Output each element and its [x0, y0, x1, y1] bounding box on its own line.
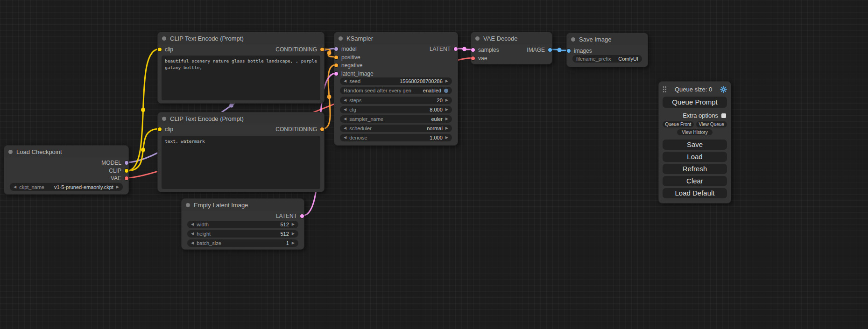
widget-steps[interactable]: ◀ steps 20 ▶ [340, 97, 452, 104]
decrement-arrow-icon[interactable]: ◀ [344, 136, 346, 140]
increment-arrow-icon[interactable]: ▶ [116, 185, 119, 189]
collapse-dot-icon[interactable] [475, 36, 480, 41]
prompt-text-input[interactable]: text, watermark [162, 136, 320, 189]
collapse-dot-icon[interactable] [162, 117, 166, 121]
input-label: samples [478, 47, 499, 53]
input-port-vae[interactable] [471, 56, 475, 60]
widget-ckpt-name[interactable]: ◀ ckpt_name v1-5-pruned-emaonly.ckpt ▶ [10, 183, 123, 191]
widget-height[interactable]: ◀ height 512 ▶ [187, 230, 298, 238]
wire-midpoint-dot [327, 51, 332, 55]
output-label: CLIP [109, 168, 121, 174]
widget-scheduler[interactable]: ◀ scheduler normal ▶ [340, 125, 452, 132]
load-default-button[interactable]: Load Default [663, 188, 727, 198]
decrement-arrow-icon[interactable]: ◀ [14, 185, 16, 189]
decrement-arrow-icon[interactable]: ◀ [191, 232, 194, 236]
node-title-bar[interactable]: VAE Decode [471, 32, 552, 44]
input-row-clip: clip [158, 45, 173, 54]
output-port-latent[interactable] [300, 214, 304, 218]
widget-value: 512 [280, 231, 289, 237]
node-title-bar[interactable]: Load Checkpoint [4, 146, 128, 158]
extra-options-row: Extra options [663, 112, 726, 119]
increment-arrow-icon[interactable]: ▶ [292, 232, 295, 236]
node-load-checkpoint[interactable]: Load Checkpoint MODEL CLIP VAE ◀ ckpt_na… [4, 145, 129, 195]
increment-arrow-icon[interactable]: ▶ [445, 79, 448, 83]
widget-denoise[interactable]: ◀ denoise 1.000 ▶ [340, 134, 452, 141]
node-title-bar[interactable]: KSampler [334, 32, 458, 44]
increment-arrow-icon[interactable]: ▶ [292, 241, 295, 245]
input-port-samples[interactable] [471, 48, 475, 52]
output-port-latent[interactable] [454, 47, 458, 51]
increment-arrow-icon[interactable]: ▶ [445, 117, 448, 121]
prompt-text-input[interactable]: beautiful scenery nature glass bottle la… [162, 56, 320, 100]
input-port-model[interactable] [334, 47, 338, 51]
widget-batch-size[interactable]: ◀ batch_size 1 ▶ [187, 239, 298, 247]
decrement-arrow-icon[interactable]: ◀ [344, 79, 346, 83]
decrement-arrow-icon[interactable]: ◀ [191, 223, 194, 226]
decrement-arrow-icon[interactable]: ◀ [344, 126, 346, 130]
widget-random-seed[interactable]: Random seed after every gen enabled [340, 87, 452, 94]
input-port-images[interactable] [567, 49, 571, 53]
node-save-image[interactable]: Save Image images filename_prefix ComfyU… [566, 33, 648, 67]
collapse-dot-icon[interactable] [8, 150, 13, 154]
node-vae-decode[interactable]: VAE Decode samples IMAGE vae [471, 32, 552, 64]
collapse-dot-icon[interactable] [162, 36, 166, 41]
extra-options-checkbox[interactable] [721, 113, 726, 118]
widget-width[interactable]: ◀ width 512 ▶ [187, 221, 298, 228]
output-port-clip[interactable] [125, 169, 128, 173]
increment-arrow-icon[interactable]: ▶ [445, 136, 448, 140]
node-title-bar[interactable]: Save Image [567, 33, 648, 45]
output-label: CONDITIONING [275, 126, 317, 133]
node-title-bar[interactable]: Empty Latent Image [182, 199, 304, 211]
increment-arrow-icon[interactable]: ▶ [445, 108, 448, 112]
view-history-button[interactable]: View History [677, 129, 713, 135]
input-port-clip[interactable] [158, 127, 162, 131]
clear-button[interactable]: Clear [663, 176, 727, 186]
input-port-clip[interactable] [158, 48, 162, 51]
widget-sampler-name[interactable]: ◀ sampler_name euler ▶ [340, 115, 452, 123]
toggle-dot[interactable] [444, 89, 448, 93]
decrement-arrow-icon[interactable]: ◀ [191, 241, 194, 245]
view-queue-button[interactable]: View Queue [696, 121, 727, 127]
node-empty-latent-image[interactable]: Empty Latent Image LATENT ◀ width 512 ▶ … [181, 198, 304, 250]
queue-prompt-button[interactable]: Queue Prompt [663, 97, 727, 108]
input-port-positive[interactable] [334, 56, 338, 59]
wire-midpoint-dot [141, 148, 145, 152]
settings-gear-icon[interactable] [720, 86, 727, 93]
decrement-arrow-icon[interactable]: ◀ [344, 117, 346, 121]
collapse-dot-icon[interactable] [571, 37, 575, 42]
widget-seed[interactable]: ◀ seed 156680208700286 ▶ [340, 77, 452, 85]
drag-handle-icon[interactable] [663, 86, 667, 93]
output-port-vae[interactable] [125, 176, 128, 180]
queue-front-button[interactable]: Queue Front [663, 121, 694, 127]
output-port-image[interactable] [548, 48, 552, 52]
load-button[interactable]: Load [663, 152, 727, 162]
output-port-conditioning[interactable] [320, 48, 324, 51]
decrement-arrow-icon[interactable]: ◀ [344, 98, 346, 102]
output-port-conditioning[interactable] [320, 127, 324, 131]
refresh-button[interactable]: Refresh [663, 164, 727, 174]
widget-filename-prefix[interactable]: filename_prefix ComfyUI [572, 55, 642, 63]
node-ksampler[interactable]: KSampler model LATENT positive negative … [334, 32, 458, 146]
input-port-negative[interactable] [334, 63, 338, 67]
save-button[interactable]: Save [663, 140, 727, 150]
decrement-arrow-icon[interactable]: ◀ [344, 108, 346, 112]
output-port-model[interactable] [125, 161, 128, 165]
widget-label: seed [349, 78, 360, 84]
widget-value: euler [431, 116, 442, 122]
increment-arrow-icon[interactable]: ▶ [445, 126, 448, 130]
increment-arrow-icon[interactable]: ▶ [445, 98, 448, 102]
widget-cfg[interactable]: ◀ cfg 8.000 ▶ [340, 106, 452, 113]
collapse-dot-icon[interactable] [186, 203, 190, 207]
increment-arrow-icon[interactable]: ▶ [292, 223, 295, 226]
collapse-dot-icon[interactable] [339, 36, 343, 41]
node-title-bar[interactable]: CLIP Text Encode (Prompt) [158, 32, 324, 44]
output-label: LATENT [430, 46, 451, 52]
graph-canvas[interactable]: Load Checkpoint MODEL CLIP VAE ◀ ckpt_na… [0, 0, 868, 329]
input-label: clip [165, 126, 173, 133]
node-clip-text-encode-positive[interactable]: CLIP Text Encode (Prompt) clip CONDITION… [157, 32, 325, 104]
node-title-bar[interactable]: CLIP Text Encode (Prompt) [158, 112, 324, 125]
input-label: negative [341, 62, 362, 69]
output-row-conditioning: CONDITIONING [275, 125, 324, 133]
node-clip-text-encode-negative[interactable]: CLIP Text Encode (Prompt) clip CONDITION… [157, 112, 325, 192]
input-port-latent-image[interactable] [334, 72, 338, 76]
